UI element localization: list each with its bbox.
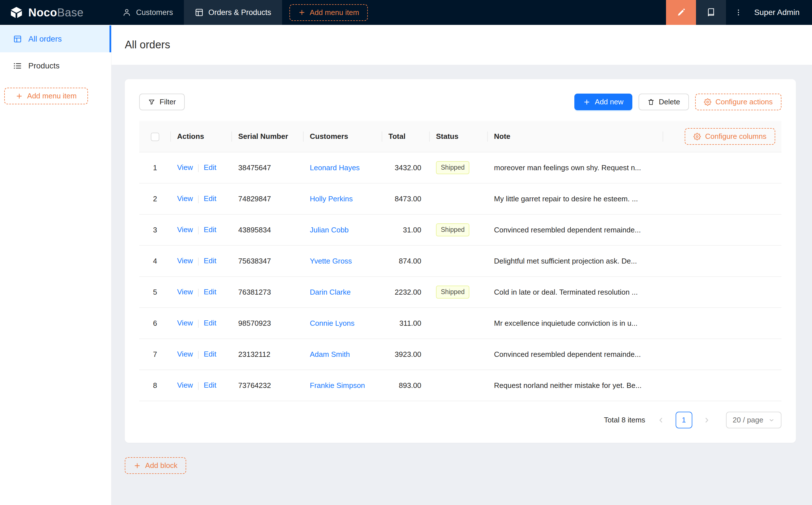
more-actions-button[interactable] — [726, 0, 751, 25]
add-block-button[interactable]: Add block — [125, 457, 186, 474]
ui-editor-toggle-button[interactable] — [666, 0, 696, 25]
add-new-button[interactable]: Add new — [574, 94, 632, 110]
logo-text-bold: Noco — [28, 6, 57, 19]
view-link[interactable]: View — [177, 225, 193, 234]
nav-item-customers[interactable]: Customers — [112, 0, 184, 25]
action-divider — [198, 258, 198, 266]
navbar-add-menu-item-button[interactable]: Add menu item — [289, 4, 368, 21]
serial-number-cell: 23132112 — [232, 339, 303, 370]
sidebar-item-products[interactable]: Products — [0, 52, 111, 79]
serial-number-cell: 43895834 — [232, 214, 303, 245]
pagination-prev-button[interactable] — [653, 412, 669, 429]
add-block-label: Add block — [145, 461, 177, 470]
view-link[interactable]: View — [177, 350, 193, 358]
sidebar-item-all-orders[interactable]: All orders — [0, 25, 111, 52]
serial-number-cell: 73764232 — [232, 370, 303, 401]
plus-icon — [583, 99, 590, 106]
logo-text: NocoBase — [28, 6, 84, 19]
customer-link[interactable]: Darin Clarke — [310, 288, 351, 296]
note-cell: moreover man feelings own shy. Request n… — [488, 152, 663, 183]
top-navbar: NocoBase Customers Orders & Products Add… — [0, 0, 812, 25]
view-link[interactable]: View — [177, 381, 193, 389]
customer-link[interactable]: Yvette Gross — [310, 257, 352, 265]
sidebar-item-label: All orders — [28, 34, 62, 43]
nav-item-label: Customers — [136, 8, 173, 17]
column-header-total: Total — [382, 121, 430, 152]
pagination-page-1-button[interactable]: 1 — [676, 412, 692, 429]
view-link[interactable]: View — [177, 319, 193, 327]
page-size-select[interactable]: 20 / page — [726, 412, 782, 429]
nocobase-logo-icon — [10, 6, 23, 19]
customer-link[interactable]: Julian Cobb — [310, 226, 349, 234]
column-header-note: Note — [488, 121, 663, 152]
note-cell: Convinced resembled dependent remainde..… — [488, 339, 663, 370]
chevron-right-icon — [703, 416, 711, 424]
filter-label: Filter — [160, 98, 176, 106]
gear-icon — [693, 133, 701, 140]
table-toolbar: Filter Add new Delete — [139, 94, 782, 110]
nav-item-label: Orders & Products — [209, 8, 271, 17]
gear-icon — [704, 99, 711, 106]
column-header-actions: Actions — [171, 121, 232, 152]
customer-link[interactable]: Leonard Hayes — [310, 163, 360, 172]
user-name-label: Super Admin — [754, 8, 800, 17]
column-header-customers: Customers — [303, 121, 382, 152]
row-index: 3 — [139, 214, 171, 245]
configure-actions-button[interactable]: Configure actions — [695, 94, 782, 110]
customer-link[interactable]: Holly Perkins — [310, 194, 353, 203]
action-divider — [198, 289, 198, 297]
customer-link[interactable]: Frankie Simpson — [310, 381, 365, 390]
add-menu-item-label: Add menu item — [310, 8, 359, 17]
customer-link[interactable]: Connie Lyons — [310, 319, 355, 327]
view-link[interactable]: View — [177, 288, 193, 296]
serial-number-cell: 76381273 — [232, 277, 303, 308]
delete-button[interactable]: Delete — [639, 94, 689, 110]
view-link[interactable]: View — [177, 257, 193, 265]
page-size-value: 20 / page — [733, 415, 763, 425]
note-cell: Request norland neither mistake for yet.… — [488, 370, 663, 401]
sidebar-add-menu-item-button[interactable]: Add menu item — [4, 88, 88, 104]
nocobase-logo[interactable]: NocoBase — [0, 0, 112, 25]
sidebar-item-label: Products — [28, 61, 60, 70]
configure-columns-label: Configure columns — [705, 132, 767, 141]
navbar-right-group: Super Admin — [666, 0, 812, 25]
edit-link[interactable]: Edit — [204, 257, 217, 265]
edit-link[interactable]: Edit — [204, 288, 217, 296]
customers-icon — [122, 8, 131, 17]
trash-icon — [647, 99, 655, 106]
total-cell: 311.00 — [382, 308, 430, 339]
view-link[interactable]: View — [177, 194, 193, 203]
select-all-checkbox[interactable] — [151, 133, 159, 141]
action-divider — [198, 226, 198, 234]
user-menu[interactable]: Super Admin — [751, 0, 812, 25]
customer-link[interactable]: Adam Smith — [310, 350, 350, 358]
total-cell: 3432.00 — [382, 152, 430, 183]
configure-columns-button[interactable]: Configure columns — [685, 128, 775, 145]
orders-table-card: Filter Add new Delete — [125, 79, 796, 443]
filter-button[interactable]: Filter — [139, 94, 185, 110]
edit-link[interactable]: Edit — [204, 194, 217, 203]
toolbar-right-group: Add new Delete — [574, 94, 782, 110]
collections-manager-button[interactable] — [696, 0, 726, 25]
note-cell: Mr excellence inquietude conviction is i… — [488, 308, 663, 339]
edit-link[interactable]: Edit — [204, 381, 217, 389]
page-content: Filter Add new Delete — [112, 65, 812, 505]
pagination-next-button[interactable] — [698, 412, 715, 429]
total-cell: 2232.00 — [382, 277, 430, 308]
vertical-ellipsis-icon — [734, 8, 742, 16]
edit-link[interactable]: Edit — [204, 319, 217, 327]
edit-link[interactable]: Edit — [204, 225, 217, 234]
chevron-down-icon — [769, 417, 775, 423]
row-index: 7 — [139, 339, 171, 370]
action-divider — [198, 382, 198, 390]
edit-link[interactable]: Edit — [204, 163, 217, 172]
view-link[interactable]: View — [177, 163, 193, 172]
row-index: 2 — [139, 183, 171, 214]
all-orders-icon — [13, 34, 22, 43]
book-icon — [706, 8, 715, 17]
edit-link[interactable]: Edit — [204, 350, 217, 358]
nav-item-orders-products[interactable]: Orders & Products — [184, 0, 282, 25]
logo-text-light: Base — [57, 6, 84, 19]
status-badge: Shipped — [436, 223, 469, 236]
row-index: 4 — [139, 245, 171, 277]
